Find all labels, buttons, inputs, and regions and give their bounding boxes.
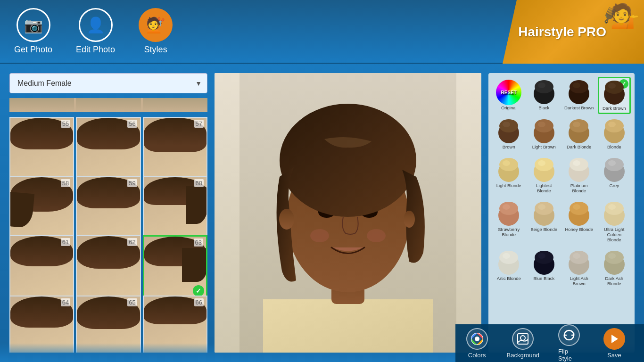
style-number-65: 65 bbox=[127, 298, 137, 306]
color-name-light-ash: Light Ash Brown bbox=[564, 276, 594, 287]
color-item-reset[interactable]: RESET Original bbox=[492, 77, 526, 114]
nav-edit-photo[interactable]: 👤 Edit Photo bbox=[76, 8, 115, 55]
color-item-platinum[interactable]: Platinum Blonde bbox=[562, 155, 596, 197]
color-item-dark-blonde[interactable]: Dark Blonde bbox=[562, 116, 596, 152]
nav-get-photo[interactable]: 📷 Get Photo bbox=[14, 8, 52, 55]
color-item-light-blonde[interactable]: Light Blonde bbox=[492, 155, 526, 197]
color-name-light-brown: Light Brown bbox=[532, 144, 556, 149]
style-item-60[interactable]: 60 bbox=[143, 176, 207, 241]
dark-brown-swatch bbox=[602, 80, 627, 106]
toolbar-colors[interactable]: Colors bbox=[457, 324, 497, 362]
color-name-honey-blonde: Honey Blonde bbox=[565, 227, 593, 232]
svg-point-55 bbox=[573, 204, 580, 210]
svg-point-46 bbox=[608, 160, 616, 166]
toolbar-save[interactable]: Save bbox=[594, 324, 635, 362]
main-content: Medium Female Short Female Long Female S… bbox=[0, 64, 644, 362]
blue-black-swatch bbox=[531, 250, 557, 276]
style-item-55[interactable]: 55 bbox=[9, 117, 74, 181]
toolbar-flip-label: Flip Style bbox=[558, 348, 580, 362]
header: 📷 Get Photo 👤 Edit Photo 💇 Styles Hairst… bbox=[0, 0, 644, 64]
style-item-62[interactable]: 62 bbox=[76, 235, 140, 300]
svg-rect-2 bbox=[263, 299, 433, 353]
beige-blonde-swatch bbox=[531, 201, 557, 227]
light-blonde-swatch bbox=[496, 157, 521, 183]
color-name-dark-ash-blonde: Dark Ash Blonde bbox=[600, 276, 629, 287]
color-item-grey[interactable]: Grey bbox=[598, 155, 631, 197]
color-item-brown[interactable]: Brown bbox=[492, 116, 526, 152]
app-title: Hairstyle PRO bbox=[518, 25, 606, 40]
color-item-artic-blonde[interactable]: Artic Blonde bbox=[492, 247, 526, 289]
toolbar-background[interactable]: Background bbox=[497, 324, 549, 362]
nav-styles-label: Styles bbox=[144, 45, 167, 55]
preview-photo bbox=[215, 73, 481, 353]
style-number-56: 56 bbox=[127, 120, 137, 128]
style-item-59[interactable]: 59 bbox=[76, 176, 140, 241]
style-item-57[interactable]: 57 bbox=[143, 117, 207, 181]
color-item-dark-ash-blonde[interactable]: Dark Ash Blonde bbox=[598, 247, 631, 289]
nav-styles[interactable]: 💇 Styles bbox=[139, 8, 173, 55]
svg-point-31 bbox=[573, 122, 580, 127]
svg-point-28 bbox=[538, 122, 545, 127]
color-item-light-ash[interactable]: Light Ash Brown bbox=[562, 247, 596, 289]
color-name-light-blonde: Light Blonde bbox=[496, 183, 521, 188]
svg-point-43 bbox=[573, 160, 580, 166]
preview-panel bbox=[215, 73, 481, 353]
color-item-honey-blonde[interactable]: Honey Blonde bbox=[562, 198, 596, 246]
toolbar-flip-style[interactable]: Flip Style bbox=[549, 321, 589, 362]
strawberry-swatch bbox=[496, 201, 521, 227]
color-item-blonde[interactable]: Blonde bbox=[598, 116, 631, 152]
reset-swatch: RESET bbox=[496, 80, 521, 105]
svg-point-19 bbox=[573, 82, 580, 88]
svg-point-61 bbox=[503, 253, 510, 259]
person-illustration bbox=[239, 73, 456, 353]
color-item-dark-brown[interactable]: ✓ Dark Brown bbox=[598, 77, 631, 114]
color-item-ultra-light[interactable]: Ultra Light Golden Blonde bbox=[598, 198, 631, 246]
color-name-beige-blonde: Beige Blonde bbox=[530, 227, 557, 232]
logo-area: Hairstyle PRO 💁 🪮 bbox=[503, 0, 644, 64]
bottom-toolbar: Colors Background Flip Style Save bbox=[455, 324, 644, 362]
color-name-lightest-blonde: Lightest Blonde bbox=[529, 183, 559, 194]
background-icon bbox=[512, 328, 534, 350]
style-category-dropdown-container: Medium Female Short Female Long Female S… bbox=[9, 73, 207, 93]
svg-point-74 bbox=[520, 336, 525, 340]
lightest-blonde-swatch bbox=[531, 157, 557, 183]
color-item-strawberry[interactable]: Strawberry Blonde bbox=[492, 198, 526, 246]
save-icon bbox=[603, 328, 625, 350]
styles-grid: 55 56 57 58 bbox=[9, 117, 207, 353]
hair-icon: 💇 bbox=[139, 8, 173, 42]
svg-point-70 bbox=[608, 253, 616, 259]
color-name-reset: Original bbox=[501, 105, 517, 110]
style-item-58[interactable]: 58 bbox=[9, 176, 74, 241]
color-item-darkest-brown[interactable]: Darkest Brown bbox=[562, 77, 596, 114]
svg-point-11 bbox=[280, 104, 416, 217]
style-number-62: 62 bbox=[127, 238, 137, 246]
color-item-black[interactable]: Black bbox=[528, 77, 561, 114]
toolbar-colors-label: Colors bbox=[468, 352, 486, 359]
color-palette-panel: RESET Original Black Darkest Brown bbox=[488, 73, 635, 353]
style-item-63[interactable]: 63 ✓ bbox=[143, 235, 207, 300]
svg-point-52 bbox=[538, 204, 545, 210]
color-name-black: Black bbox=[538, 105, 549, 110]
color-name-dark-blonde: Dark Blonde bbox=[567, 144, 591, 149]
color-name-brown: Brown bbox=[503, 144, 515, 149]
svg-marker-75 bbox=[611, 335, 618, 343]
color-item-light-brown[interactable]: Light Brown bbox=[528, 116, 561, 152]
color-item-beige-blonde[interactable]: Beige Blonde bbox=[528, 198, 561, 246]
color-item-lightest-blonde[interactable]: Lightest Blonde bbox=[528, 155, 561, 197]
svg-point-22 bbox=[608, 83, 616, 89]
svg-point-40 bbox=[538, 160, 545, 166]
svg-point-12 bbox=[279, 209, 294, 230]
svg-point-25 bbox=[503, 122, 510, 127]
color-name-platinum: Platinum Blonde bbox=[564, 183, 594, 194]
style-number-61: 61 bbox=[61, 238, 70, 246]
style-item-56[interactable]: 56 bbox=[76, 117, 140, 181]
brown-swatch bbox=[496, 119, 521, 144]
toolbar-background-label: Background bbox=[507, 352, 539, 359]
svg-point-10 bbox=[367, 229, 386, 242]
style-category-dropdown[interactable]: Medium Female Short Female Long Female S… bbox=[9, 73, 207, 93]
style-number-63: 63 bbox=[194, 239, 203, 247]
color-item-blue-black[interactable]: Blue Black bbox=[528, 247, 561, 289]
svg-point-34 bbox=[608, 122, 616, 127]
color-name-dark-brown: Dark Brown bbox=[603, 106, 626, 111]
style-item-61[interactable]: 61 bbox=[9, 235, 74, 300]
